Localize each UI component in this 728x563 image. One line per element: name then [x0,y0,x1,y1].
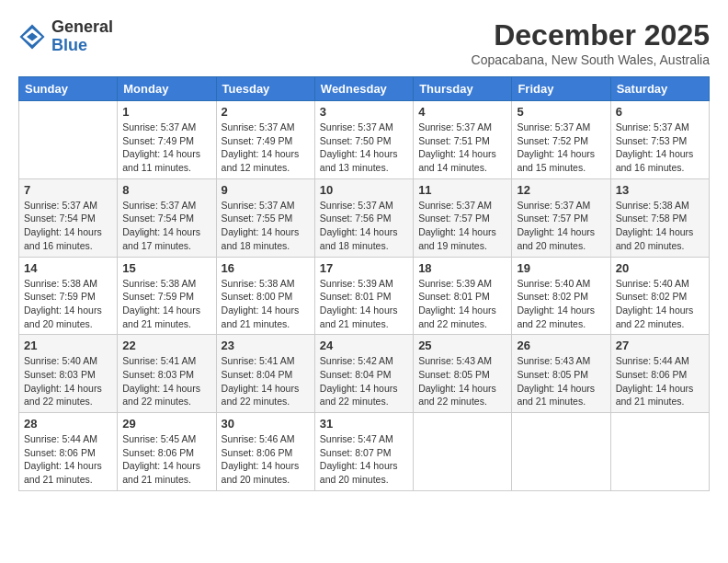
calendar-cell: 21Sunrise: 5:40 AM Sunset: 8:03 PM Dayli… [19,335,118,413]
day-number: 28 [24,417,112,431]
calendar-cell: 15Sunrise: 5:38 AM Sunset: 7:59 PM Dayli… [118,257,216,335]
title-area: December 2025 Copacabana, New South Wale… [472,18,710,67]
day-info: Sunrise: 5:46 AM Sunset: 8:06 PM Dayligh… [222,432,310,487]
week-row-3: 14Sunrise: 5:38 AM Sunset: 7:59 PM Dayli… [19,257,710,335]
calendar-cell: 11Sunrise: 5:37 AM Sunset: 7:57 PM Dayli… [414,178,512,257]
calendar-cell: 7Sunrise: 5:37 AM Sunset: 7:54 PM Daylig… [19,178,118,257]
day-number: 13 [616,183,704,197]
calendar-cell: 19Sunrise: 5:40 AM Sunset: 8:02 PM Dayli… [512,257,610,335]
day-number: 5 [517,105,605,119]
weekday-header-sunday: Sunday [19,77,118,101]
calendar-cell: 13Sunrise: 5:38 AM Sunset: 7:58 PM Dayli… [610,178,709,257]
day-info: Sunrise: 5:37 AM Sunset: 7:54 PM Dayligh… [122,199,210,253]
weekday-header-wednesday: Wednesday [314,77,413,101]
week-row-4: 21Sunrise: 5:40 AM Sunset: 8:03 PM Dayli… [19,335,710,413]
day-number: 22 [122,339,210,352]
calendar-cell: 4Sunrise: 5:37 AM Sunset: 7:51 PM Daylig… [414,101,512,179]
calendar-cell: 3Sunrise: 5:37 AM Sunset: 7:50 PM Daylig… [314,101,413,179]
day-info: Sunrise: 5:37 AM Sunset: 7:55 PM Dayligh… [222,199,310,253]
day-info: Sunrise: 5:38 AM Sunset: 7:58 PM Dayligh… [616,199,704,253]
calendar-cell: 28Sunrise: 5:44 AM Sunset: 8:06 PM Dayli… [19,413,118,491]
calendar-cell: 31Sunrise: 5:47 AM Sunset: 8:07 PM Dayli… [314,413,413,491]
calendar-cell: 18Sunrise: 5:39 AM Sunset: 8:01 PM Dayli… [414,257,512,335]
day-number: 17 [320,261,408,275]
calendar-cell: 6Sunrise: 5:37 AM Sunset: 7:53 PM Daylig… [610,101,709,179]
calendar-cell: 22Sunrise: 5:41 AM Sunset: 8:03 PM Dayli… [118,335,216,413]
logo-text: General Blue [51,18,113,55]
calendar-cell: 12Sunrise: 5:37 AM Sunset: 7:57 PM Dayli… [512,178,610,257]
day-number: 19 [517,261,605,275]
weekday-header-row: SundayMondayTuesdayWednesdayThursdayFrid… [19,77,710,101]
day-info: Sunrise: 5:38 AM Sunset: 7:59 PM Dayligh… [122,277,210,331]
logo-blue-text: Blue [51,37,113,55]
month-title: December 2025 [472,18,710,52]
day-info: Sunrise: 5:37 AM Sunset: 7:54 PM Dayligh… [24,199,112,253]
day-number: 15 [122,261,210,275]
day-number: 4 [418,105,506,119]
day-info: Sunrise: 5:43 AM Sunset: 8:05 PM Dayligh… [418,354,506,408]
calendar-cell: 29Sunrise: 5:45 AM Sunset: 8:06 PM Dayli… [118,413,216,491]
day-info: Sunrise: 5:37 AM Sunset: 7:57 PM Dayligh… [418,199,506,253]
calendar-cell: 16Sunrise: 5:38 AM Sunset: 8:00 PM Dayli… [216,257,314,335]
header: General Blue December 2025 Copacabana, N… [18,18,710,67]
day-number: 12 [517,183,605,197]
weekday-header-friday: Friday [512,77,610,101]
day-number: 16 [222,261,310,275]
weekday-header-monday: Monday [118,77,216,101]
day-number: 9 [222,183,310,197]
logo-icon [18,23,46,51]
calendar-table: SundayMondayTuesdayWednesdayThursdayFrid… [18,76,710,491]
location-title: Copacabana, New South Wales, Australia [472,52,710,67]
calendar-cell: 9Sunrise: 5:37 AM Sunset: 7:55 PM Daylig… [216,178,314,257]
day-number: 2 [222,105,310,119]
calendar-cell: 2Sunrise: 5:37 AM Sunset: 7:49 PM Daylig… [216,101,314,179]
day-number: 25 [418,339,506,352]
day-info: Sunrise: 5:45 AM Sunset: 8:06 PM Dayligh… [122,432,210,487]
week-row-1: 1Sunrise: 5:37 AM Sunset: 7:49 PM Daylig… [19,101,710,179]
day-info: Sunrise: 5:40 AM Sunset: 8:02 PM Dayligh… [616,277,704,331]
calendar-cell: 25Sunrise: 5:43 AM Sunset: 8:05 PM Dayli… [414,335,512,413]
day-number: 6 [616,105,704,119]
calendar-cell: 26Sunrise: 5:43 AM Sunset: 8:05 PM Dayli… [512,335,610,413]
day-info: Sunrise: 5:40 AM Sunset: 8:02 PM Dayligh… [517,277,605,331]
day-info: Sunrise: 5:37 AM Sunset: 7:52 PM Dayligh… [517,121,605,175]
logo: General Blue [18,18,113,55]
logo-general-text: General [51,18,113,37]
day-info: Sunrise: 5:37 AM Sunset: 7:56 PM Dayligh… [320,199,408,253]
day-number: 30 [222,417,310,431]
calendar-cell: 30Sunrise: 5:46 AM Sunset: 8:06 PM Dayli… [216,413,314,491]
day-info: Sunrise: 5:47 AM Sunset: 8:07 PM Dayligh… [320,432,408,487]
day-number: 29 [122,417,210,431]
day-info: Sunrise: 5:39 AM Sunset: 8:01 PM Dayligh… [418,277,506,331]
calendar-cell: 23Sunrise: 5:41 AM Sunset: 8:04 PM Dayli… [216,335,314,413]
day-info: Sunrise: 5:37 AM Sunset: 7:49 PM Dayligh… [122,121,210,175]
day-number: 26 [517,339,605,352]
day-number: 11 [418,183,506,197]
week-row-5: 28Sunrise: 5:44 AM Sunset: 8:06 PM Dayli… [19,413,710,491]
day-number: 8 [122,183,210,197]
day-info: Sunrise: 5:38 AM Sunset: 7:59 PM Dayligh… [24,277,112,331]
day-info: Sunrise: 5:43 AM Sunset: 8:05 PM Dayligh… [517,354,605,408]
day-number: 7 [24,183,112,197]
day-number: 24 [320,339,408,352]
day-info: Sunrise: 5:37 AM Sunset: 7:50 PM Dayligh… [320,121,408,175]
day-info: Sunrise: 5:44 AM Sunset: 8:06 PM Dayligh… [616,354,704,408]
calendar-cell: 20Sunrise: 5:40 AM Sunset: 8:02 PM Dayli… [610,257,709,335]
day-number: 10 [320,183,408,197]
day-number: 18 [418,261,506,275]
day-info: Sunrise: 5:37 AM Sunset: 7:49 PM Dayligh… [222,121,310,175]
day-number: 21 [24,339,112,352]
day-info: Sunrise: 5:42 AM Sunset: 8:04 PM Dayligh… [320,354,408,408]
day-number: 20 [616,261,704,275]
week-row-2: 7Sunrise: 5:37 AM Sunset: 7:54 PM Daylig… [19,178,710,257]
calendar-cell: 5Sunrise: 5:37 AM Sunset: 7:52 PM Daylig… [512,101,610,179]
day-number: 31 [320,417,408,431]
calendar-cell: 27Sunrise: 5:44 AM Sunset: 8:06 PM Dayli… [610,335,709,413]
calendar-cell: 1Sunrise: 5:37 AM Sunset: 7:49 PM Daylig… [118,101,216,179]
day-info: Sunrise: 5:41 AM Sunset: 8:03 PM Dayligh… [122,354,210,408]
calendar-cell: 24Sunrise: 5:42 AM Sunset: 8:04 PM Dayli… [314,335,413,413]
weekday-header-tuesday: Tuesday [216,77,314,101]
calendar-cell: 10Sunrise: 5:37 AM Sunset: 7:56 PM Dayli… [314,178,413,257]
day-info: Sunrise: 5:40 AM Sunset: 8:03 PM Dayligh… [24,354,112,408]
day-info: Sunrise: 5:37 AM Sunset: 7:57 PM Dayligh… [517,199,605,253]
